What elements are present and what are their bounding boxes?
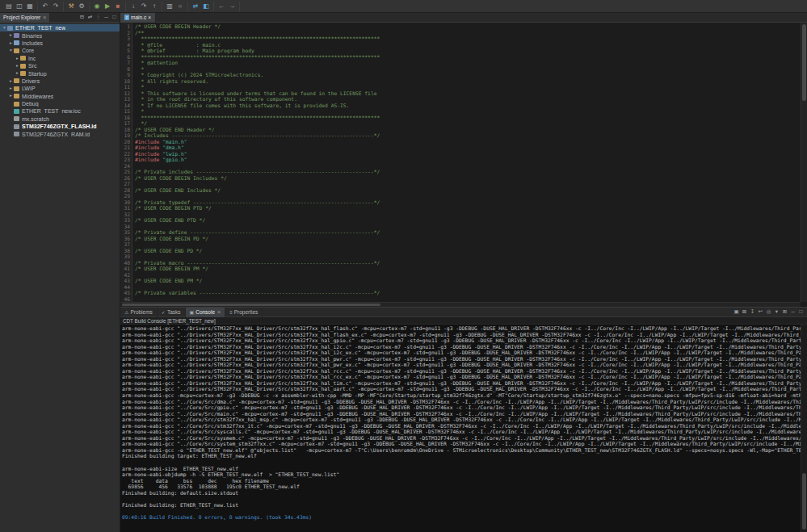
code-line[interactable]	[135, 296, 807, 303]
code-line[interactable]: * @attention	[135, 60, 807, 66]
tab-main-c[interactable]: c main.c ×	[120, 13, 156, 23]
tab-project-explorer[interactable]: Project Explorer ×	[0, 13, 50, 23]
search-icon[interactable]: ○	[175, 2, 185, 11]
line-number[interactable]: 36	[120, 236, 130, 242]
tree-item[interactable]: ▸Drivers	[0, 77, 120, 85]
scrollbar-thumb[interactable]	[802, 473, 806, 530]
code-line[interactable]: /* USER CODE BEGIN PD */	[135, 236, 807, 242]
tab-tasks[interactable]: ✓Tasks	[158, 308, 186, 317]
line-number[interactable]: 1	[120, 23, 130, 30]
line-number[interactable]: 14	[120, 103, 130, 109]
code-line[interactable]: ****************************************…	[135, 54, 807, 61]
code-line[interactable]: #include "gpio.h"	[135, 157, 807, 163]
tree-item[interactable]: ▸Startup	[0, 69, 120, 77]
line-number[interactable]: 4	[120, 42, 130, 48]
line-number[interactable]: 23	[120, 157, 130, 163]
code-line[interactable]: *	[135, 108, 807, 115]
maximize-icon[interactable]: □	[111, 14, 118, 22]
step-into-icon[interactable]: ↓	[128, 2, 138, 11]
scrollbar-thumb[interactable]	[122, 304, 380, 306]
code-line[interactable]: ****************************************…	[135, 115, 807, 121]
code-line[interactable]: * If no LICENSE file comes with this sof…	[135, 103, 807, 109]
line-number[interactable]: 10	[120, 78, 130, 85]
line-number[interactable]: 15	[120, 108, 130, 115]
code-line[interactable]: /**	[135, 30, 807, 36]
line-number[interactable]: 17	[120, 120, 130, 127]
editor-horizontal-scrollbar[interactable]	[120, 302, 801, 307]
code-line[interactable]: /* USER CODE END PM */	[135, 278, 807, 284]
code-line[interactable]: * @file : main.c	[135, 42, 807, 48]
tree-item[interactable]: ▸Middlewares	[0, 93, 120, 100]
console-vertical-scrollbar[interactable]	[801, 325, 807, 532]
code-line[interactable]: /* Private includes --------------------…	[135, 169, 807, 175]
line-number[interactable]: 41	[120, 266, 130, 272]
chevron-right-icon[interactable]: ▸	[15, 64, 20, 69]
save-icon[interactable]: ◫	[15, 2, 24, 11]
step-over-icon[interactable]: ↷	[139, 2, 149, 11]
code-line[interactable]	[135, 163, 807, 170]
build-all-icon[interactable]: ⚙	[77, 2, 86, 11]
line-number[interactable]: 34	[120, 224, 130, 230]
pin-console-icon[interactable]: ◎	[765, 308, 772, 316]
line-number[interactable]: 11	[120, 84, 130, 90]
line-number[interactable]: 40	[120, 260, 130, 266]
code-line[interactable]: /* Private typedef ---------------------…	[135, 199, 807, 206]
code-line[interactable]: *	[135, 84, 807, 90]
tree-item[interactable]: ▸Src	[0, 62, 120, 69]
minimize-icon[interactable]: ─	[103, 14, 110, 22]
code-line[interactable]: ****************************************…	[135, 36, 807, 42]
tree-item[interactable]: ▸Inc	[0, 55, 120, 62]
run-icon[interactable]: ▶	[103, 2, 112, 11]
line-number[interactable]: 42	[120, 272, 130, 279]
tree-item[interactable]: ETHER_TEST_new.ioc	[0, 107, 120, 115]
code-line[interactable]: /* USER CODE BEGIN PM */	[135, 266, 807, 272]
view-menu-icon[interactable]: ⋮	[95, 14, 102, 22]
chevron-down-icon[interactable]: ▾	[8, 48, 14, 53]
tree-item[interactable]: STM32F746ZGTX_FLASH.ld	[0, 123, 120, 130]
save-all-icon[interactable]: ▦	[25, 2, 35, 11]
line-number[interactable]: 45	[120, 290, 130, 296]
close-icon[interactable]: ×	[217, 309, 221, 315]
code-line[interactable]: /* Includes ----------------------------…	[135, 132, 807, 139]
code-line[interactable]: #include "main.h"	[135, 139, 807, 145]
collapse-all-icon[interactable]: ⊟	[78, 14, 86, 22]
tree-item[interactable]: Debug	[0, 100, 120, 107]
line-number[interactable]: 5	[120, 48, 130, 54]
line-number[interactable]: 39	[120, 253, 130, 260]
line-number[interactable]: 26	[120, 175, 130, 182]
step-return-icon[interactable]: ↑	[149, 2, 159, 11]
chevron-right-icon[interactable]: ▸	[15, 57, 20, 61]
line-number[interactable]: 12	[120, 90, 130, 97]
chevron-right-icon[interactable]: ▸	[8, 41, 14, 46]
tree-item[interactable]: STM32F746ZGTX_RAM.ld	[0, 130, 120, 137]
chevron-right-icon[interactable]: ▸	[15, 71, 20, 76]
chevron-right-icon[interactable]: ▸	[8, 86, 14, 91]
back-icon[interactable]: ←	[216, 2, 226, 11]
line-number[interactable]: 27	[120, 181, 130, 187]
code-line[interactable]: /* USER CODE BEGIN PTD */	[135, 205, 807, 212]
line-number[interactable]: 13	[120, 96, 130, 103]
tree-item[interactable]: ▸Binaries	[0, 31, 120, 39]
code-line[interactable]: /* USER CODE BEGIN Includes */	[135, 175, 807, 182]
line-number[interactable]: 22	[120, 151, 130, 157]
editor-code[interactable]: /* USER CODE BEGIN Header *//** ********…	[132, 23, 807, 307]
scroll-lock-icon[interactable]: ↧	[749, 308, 756, 316]
line-number[interactable]: 37	[120, 241, 130, 248]
code-line[interactable]: * This software is licensed under terms …	[135, 90, 807, 97]
line-number[interactable]: 8	[120, 66, 130, 73]
line-number-gutter[interactable]: 1234567891011121314151617181920212223242…	[120, 23, 132, 307]
link-editor-icon[interactable]: ⇄	[86, 14, 94, 22]
editor-vertical-scrollbar[interactable]	[801, 23, 807, 302]
chevron-right-icon[interactable]: ▸	[8, 79, 14, 84]
line-number[interactable]: 18	[120, 127, 130, 133]
undo-icon[interactable]: ↶	[40, 2, 50, 11]
line-number[interactable]: 6	[120, 54, 130, 61]
code-line[interactable]	[135, 212, 807, 218]
code-line[interactable]: /* Private macro -----------------------…	[135, 260, 807, 266]
line-number[interactable]: 32	[120, 212, 130, 218]
tree-item[interactable]: ▸Includes	[0, 40, 120, 47]
tree-item[interactable]: mx.scratch	[0, 115, 120, 123]
line-number[interactable]: 3	[120, 36, 130, 42]
code-line[interactable]	[135, 253, 807, 260]
line-number[interactable]: 20	[120, 139, 130, 145]
